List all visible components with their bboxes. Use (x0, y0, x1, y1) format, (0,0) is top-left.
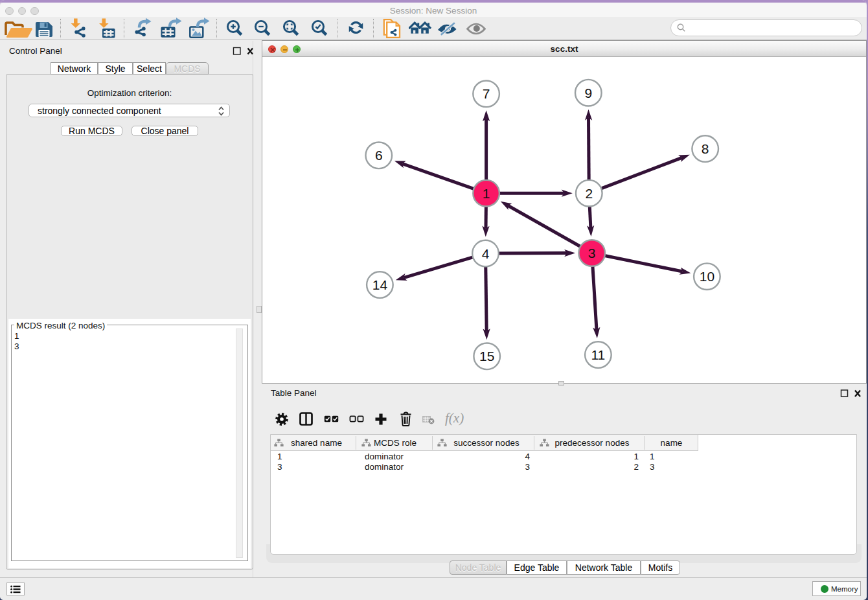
svg-text:8: 8 (702, 141, 709, 156)
svg-text:10: 10 (700, 269, 714, 284)
svg-text:11: 11 (591, 347, 605, 362)
svg-text:4: 4 (482, 246, 490, 261)
svg-text:9: 9 (584, 86, 592, 100)
svg-text:14: 14 (372, 277, 388, 292)
svg-text:3: 3 (588, 246, 596, 260)
svg-text:2: 2 (585, 186, 593, 201)
svg-text:6: 6 (375, 148, 383, 163)
svg-text:7: 7 (483, 86, 490, 101)
svg-text:1: 1 (483, 186, 490, 201)
svg-text:15: 15 (479, 349, 494, 363)
